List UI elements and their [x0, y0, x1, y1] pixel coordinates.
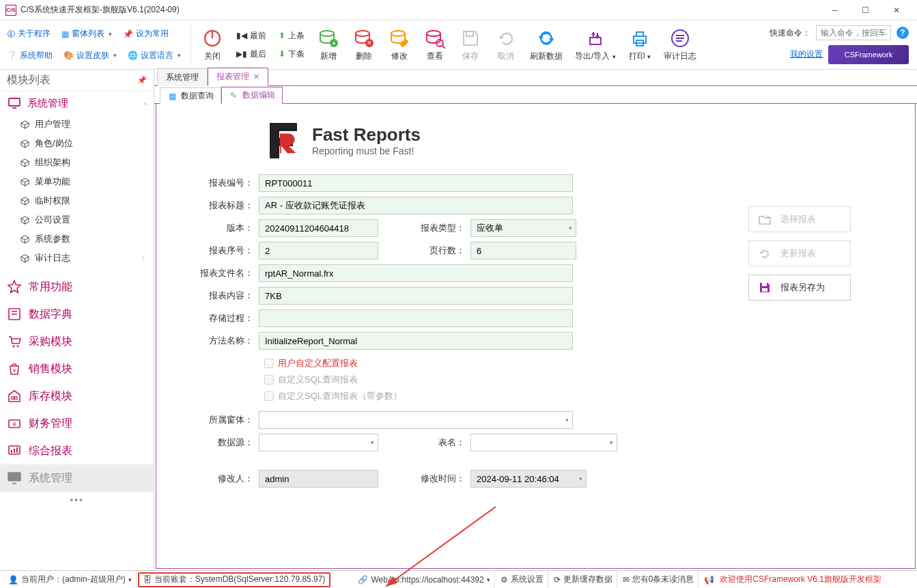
app-icon: C/S: [5, 5, 16, 16]
chk-sql-param[interactable]: [264, 391, 274, 401]
seq-field[interactable]: [259, 242, 378, 260]
select-report-button[interactable]: 选择报表: [748, 206, 851, 232]
svg-point-27: [17, 346, 19, 348]
nav-next[interactable]: ⬇下条: [276, 47, 307, 61]
tab-data-query[interactable]: ▦数据查询: [160, 87, 221, 104]
report-title-field[interactable]: [259, 197, 573, 214]
print-button[interactable]: 打印 ▾: [623, 25, 657, 65]
money-icon: ¥: [7, 416, 22, 431]
close-icon[interactable]: ✕: [253, 72, 259, 81]
sidebar-item-sysparam[interactable]: 系统参数: [0, 229, 154, 249]
add-button[interactable]: + 新增: [311, 25, 345, 65]
refresh-icon: ⟳: [554, 575, 561, 585]
cube-icon: [20, 178, 29, 186]
export-button[interactable]: 导出/导入 ▾: [569, 25, 621, 65]
fastreports-logo: Fast Reports Reporting must be Fast!: [197, 111, 730, 174]
sidebar-item-users[interactable]: 用户管理: [0, 115, 154, 134]
update-report-button[interactable]: 更新报表: [748, 240, 851, 266]
sidebar-item-menu[interactable]: 菜单功能: [0, 172, 154, 191]
nav-prev[interactable]: ⬆上条: [276, 29, 307, 43]
sidebar-item-roles[interactable]: 角色/岗位: [0, 134, 154, 153]
nav-sales[interactable]: ¥销售模块: [0, 355, 154, 382]
tab-data-edit[interactable]: ✎数据编辑: [221, 87, 283, 104]
my-settings-link[interactable]: 我的设置: [790, 48, 823, 60]
seq-label: 报表序号：: [197, 244, 259, 257]
chk-sql[interactable]: [264, 375, 274, 384]
refresh-button[interactable]: 刷新数据: [524, 25, 568, 65]
system-help-button[interactable]: ❔系统帮助: [4, 48, 55, 63]
sidebar-group-system[interactable]: 系统管理 ‹: [0, 92, 154, 115]
chevron-left-icon: ‹: [144, 99, 147, 107]
cube-icon: [20, 254, 29, 263]
file-field[interactable]: [259, 264, 573, 282]
sidebar-item-company[interactable]: 公司设置: [0, 210, 154, 229]
version-field[interactable]: [259, 219, 378, 237]
pin-icon[interactable]: 📌: [137, 76, 147, 85]
status-welcome: 📢欢迎使用CSFramework V6.1旗舰版开发框架: [700, 571, 886, 588]
window-title: C/S系统快速开发框架-旗舰版V6.1(2024-09): [20, 4, 819, 16]
sidebar-item-audit[interactable]: 审计日志⋮: [0, 249, 154, 268]
type-field[interactable]: [470, 219, 576, 237]
report-title-label: 报表标题：: [197, 199, 259, 212]
skin-button[interactable]: 🎨设置皮肤▾: [61, 48, 119, 63]
view-button[interactable]: 查看: [418, 25, 452, 65]
nav-finance[interactable]: ¥财务管理: [0, 410, 154, 437]
svg-text:+: +: [332, 40, 336, 47]
maximize-button[interactable]: ☐: [850, 1, 881, 20]
doc-tabs: 系统管理 报表管理✕: [154, 70, 917, 86]
undo-icon: [495, 27, 517, 49]
save-button[interactable]: 保存: [453, 25, 488, 65]
minimize-button[interactable]: ─: [819, 1, 850, 20]
sidebar-more[interactable]: •••: [0, 492, 154, 508]
status-db[interactable]: 🗄当前账套：SystemDB(SqlServer:120.79.85.97): [138, 572, 331, 587]
saveas-report-button[interactable]: 报表另存为: [748, 275, 851, 300]
sidebar-item-org[interactable]: 组织架构: [0, 153, 154, 172]
method-field[interactable]: [259, 332, 573, 350]
delete-button[interactable]: ✕ 删除: [347, 25, 381, 65]
tablename-field[interactable]: [470, 434, 617, 451]
audit-log-button[interactable]: 审计日志: [658, 25, 702, 65]
language-button[interactable]: 🌐设置语言▾: [125, 48, 184, 63]
nav-dictionary[interactable]: 数据字典: [0, 300, 154, 328]
about-button[interactable]: 🛈关于程序: [4, 27, 53, 41]
status-updatecache[interactable]: ⟳更新缓存数据: [550, 571, 617, 588]
database-delete-icon: ✕: [353, 27, 375, 49]
pagerows-field[interactable]: [470, 242, 576, 260]
quick-cmd-input[interactable]: [816, 25, 891, 40]
nav-last[interactable]: ▶▮最后: [234, 47, 269, 61]
content-field[interactable]: [259, 287, 573, 305]
edit-button[interactable]: 修改: [382, 25, 417, 65]
nav-purchase[interactable]: 采购模块: [0, 328, 154, 355]
monitor-icon: [7, 96, 22, 111]
svg-rect-35: [14, 449, 15, 453]
proc-field[interactable]: [259, 309, 573, 327]
help-icon[interactable]: ?: [897, 27, 909, 39]
tab-system[interactable]: 系统管理: [157, 68, 208, 86]
nav-favorites[interactable]: 常用功能: [0, 273, 154, 300]
status-syssetting[interactable]: ⚙系统设置: [496, 571, 548, 588]
nav-reports[interactable]: 综合报表: [0, 437, 154, 464]
nav-system[interactable]: 系统管理: [0, 464, 154, 492]
chk-userconfig[interactable]: [264, 359, 274, 368]
nav-first[interactable]: ▮◀最前: [234, 29, 269, 43]
user-icon: 👤: [8, 575, 18, 585]
close-button[interactable]: 关闭: [195, 25, 229, 65]
formowner-field[interactable]: [259, 411, 573, 429]
svg-rect-36: [16, 447, 18, 453]
status-unread[interactable]: ✉您有0条未读消息: [619, 571, 699, 588]
up-icon: ⬆: [279, 31, 285, 40]
cancel-button[interactable]: 取消: [489, 25, 523, 65]
cube-icon: [20, 120, 29, 129]
datasource-field[interactable]: [259, 434, 378, 451]
tab-report-manage[interactable]: 报表管理✕: [208, 68, 268, 86]
database-edit-icon: [389, 27, 410, 49]
form-list-button[interactable]: ▦窗体列表▾: [59, 27, 115, 41]
main-area: 系统管理 报表管理✕ ▦数据查询 ✎数据编辑 Fast Reports Repo…: [154, 70, 917, 570]
report-no-field[interactable]: [259, 174, 573, 192]
nav-inventory[interactable]: 库存模块: [0, 382, 154, 410]
cube-icon: [20, 197, 29, 206]
sidebar-item-temp-auth[interactable]: 临时权限: [0, 191, 154, 210]
set-default-button[interactable]: 📌设为常用: [120, 27, 171, 41]
svg-point-5: [356, 31, 369, 36]
close-window-button[interactable]: ✕: [881, 1, 912, 20]
